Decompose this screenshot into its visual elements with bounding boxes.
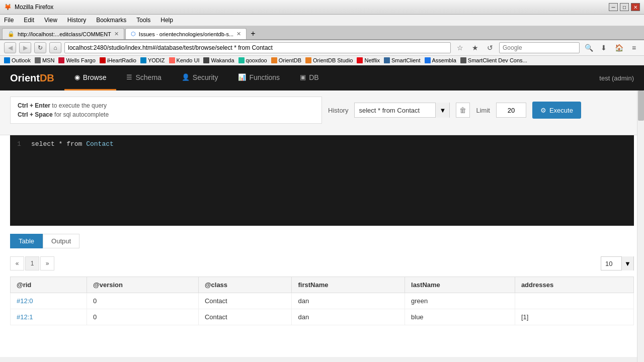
nav-security[interactable]: 👤 Security [172, 65, 228, 90]
refresh-icon[interactable]: ↺ [484, 42, 496, 53]
tab-table[interactable]: Table [10, 234, 43, 248]
wakanda-icon [203, 57, 209, 63]
cell-version-0: 0 [87, 293, 199, 309]
nav-functions[interactable]: 📊 Functions [228, 65, 290, 90]
results-section: Table Output « 1 » 10 ▼ @rid @version @c… [0, 226, 644, 333]
nav-browse[interactable]: ◉ Browse [64, 65, 117, 90]
netflix-icon [357, 57, 363, 63]
star-icon[interactable]: ☆ [454, 42, 466, 53]
orientdb-studio-icon [305, 57, 311, 63]
hint-text-space: for sql autocomplete [54, 111, 109, 118]
hint-key-space: Ctrl + Space [18, 111, 53, 118]
bookmark-orientdb-studio[interactable]: OrientDB Studio [305, 57, 353, 63]
sql-table-name: Contact [86, 140, 114, 148]
bookmark-qooxdoo[interactable]: qooxdoo [238, 57, 267, 63]
bookmark-orientdb[interactable]: OrientDB [271, 57, 301, 63]
bookmark-assembla[interactable]: Assembla [425, 57, 456, 63]
maximize-button[interactable]: □ [620, 3, 629, 11]
bookmarks-bar: Outlook MSN Wells Fargo iHeartRadio YODI… [0, 56, 644, 65]
rid-link-0[interactable]: #12:0 [17, 297, 33, 305]
page-size-value: 10 [601, 260, 621, 267]
menu-file[interactable]: File [2, 16, 16, 25]
tab-favicon-2: ⬡ [131, 31, 136, 37]
search-go-icon[interactable]: 🔍 [583, 42, 595, 53]
menu-icon[interactable]: ≡ [628, 42, 640, 53]
cell-version-1: 0 [87, 309, 199, 325]
bookmark-star-icon[interactable]: ★ [469, 42, 481, 53]
yodiz-icon [140, 57, 146, 63]
browser-title: Mozilla Firefox [15, 4, 53, 11]
new-tab-button[interactable]: + [248, 28, 258, 39]
bookmark-kendoui[interactable]: Kendo UI [169, 57, 200, 63]
kendoui-icon [169, 57, 175, 63]
home-nav-icon[interactable]: 🏠 [613, 42, 625, 53]
page-size-dropdown-button[interactable]: ▼ [621, 256, 633, 270]
scroll-thumb[interactable] [638, 90, 644, 121]
tab-close-2[interactable]: ✕ [236, 31, 241, 37]
rid-link-1[interactable]: #12:1 [17, 313, 33, 321]
tab-label-2: Issues · orientechnologies/orientdb-s... [139, 31, 233, 37]
code-editor[interactable]: 1 select * from Contact [10, 135, 634, 226]
tab-issues[interactable]: ⬡ Issues · orientechnologies/orientdb-s.… [125, 28, 247, 39]
close-button[interactable]: ✕ [631, 3, 640, 11]
history-select[interactable]: select * from Contact ▼ [354, 103, 450, 118]
reload-button[interactable]: ↻ [34, 42, 46, 53]
cell-lastname-1: blue [405, 309, 515, 325]
assembla-icon [425, 57, 431, 63]
bookmark-netflix[interactable]: Netflix [357, 57, 380, 63]
back-button[interactable]: ◀ [4, 42, 16, 53]
col-addresses: addresses [515, 277, 633, 293]
download-icon[interactable]: ⬇ [598, 42, 610, 53]
history-dropdown-button[interactable]: ▼ [435, 103, 449, 118]
tab-close-1[interactable]: ✕ [114, 31, 119, 37]
url-input[interactable] [64, 42, 451, 53]
results-tabs: Table Output [10, 234, 634, 248]
bookmark-wellsfargo[interactable]: Wells Fargo [58, 57, 95, 63]
bookmark-outlook[interactable]: Outlook [4, 57, 31, 63]
address-bar: ◀ ▶ ↻ ⌂ ☆ ★ ↺ 🔍 ⬇ 🏠 ≡ [0, 40, 644, 56]
bookmark-smartclient[interactable]: SmartClient [384, 57, 420, 63]
limit-input[interactable] [496, 103, 526, 118]
bookmark-yodiz[interactable]: YODIZ [140, 57, 165, 63]
line-number-1: 1 [17, 140, 25, 148]
nav-schema[interactable]: ☰ Schema [116, 65, 171, 90]
tab-output[interactable]: Output [43, 234, 79, 248]
data-table: @rid @version @class firstName lastName … [10, 277, 634, 325]
menu-bookmarks[interactable]: Bookmarks [94, 16, 128, 25]
table-row: #12:1 0 Contact dan blue [1] [11, 309, 634, 325]
bookmark-iheartradio[interactable]: iHeartRadio [100, 57, 136, 63]
menu-view[interactable]: View [42, 16, 59, 25]
wellsfargo-icon [58, 57, 64, 63]
minimize-button[interactable]: ─ [609, 3, 618, 11]
tab-editclass[interactable]: 🔒 http://localhost:...editclass/COMMENT … [2, 28, 124, 39]
cell-lastname-0: green [405, 293, 515, 309]
menu-edit[interactable]: Edit [22, 16, 36, 25]
menu-help[interactable]: Help [158, 16, 175, 25]
page-scrollbar[interactable] [637, 90, 644, 357]
pagination-row: « 1 » 10 ▼ [10, 256, 634, 270]
page-size-select[interactable]: 10 ▼ [601, 256, 634, 270]
menu-history[interactable]: History [65, 16, 88, 25]
prev-page-button[interactable]: « [10, 256, 24, 270]
search-input[interactable] [499, 42, 580, 53]
cell-firstname-0: dan [292, 293, 405, 309]
clear-history-button[interactable]: 🗑 [456, 103, 470, 118]
home-button[interactable]: ⌂ [49, 42, 61, 53]
cell-addresses-0 [515, 293, 633, 309]
query-section: Ctrl + Enter to execute the query Ctrl +… [0, 90, 644, 135]
next-page-button[interactable]: » [40, 256, 54, 270]
forward-button[interactable]: ▶ [19, 42, 31, 53]
nav-db[interactable]: ▣ DB [290, 65, 329, 90]
col-rid: @rid [11, 277, 87, 293]
logo-db: DB [40, 72, 54, 83]
hint-key-enter: Ctrl + Enter [18, 102, 50, 109]
outlook-icon [4, 57, 10, 63]
current-page[interactable]: 1 [25, 256, 39, 270]
menu-tools[interactable]: Tools [134, 16, 152, 25]
iheartradio-icon [100, 57, 106, 63]
limit-label: Limit [476, 107, 490, 114]
bookmark-msn[interactable]: MSN [35, 57, 54, 63]
bookmark-smartclient-dev[interactable]: SmartClient Dev Cons... [460, 57, 527, 63]
execute-button[interactable]: ⚙ Execute [532, 102, 581, 119]
bookmark-wakanda[interactable]: Wakanda [203, 57, 234, 63]
